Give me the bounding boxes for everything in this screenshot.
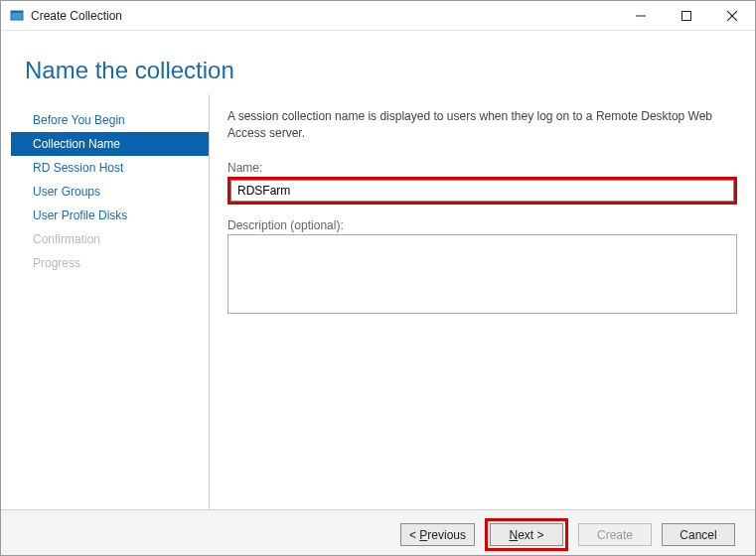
close-button[interactable] [709, 1, 755, 30]
content-area: Before You Begin Collection Name RD Sess… [1, 94, 755, 509]
sidebar-item-user-profile-disks[interactable]: User Profile Disks [11, 204, 209, 227]
name-label: Name: [227, 161, 737, 175]
sidebar-item-before-you-begin[interactable]: Before You Begin [11, 108, 209, 132]
name-input[interactable] [230, 180, 734, 202]
next-button[interactable]: Next > [490, 523, 563, 546]
page-header: Name the collection [1, 31, 755, 94]
sidebar-item-collection-name[interactable]: Collection Name [11, 132, 209, 156]
sidebar-item-progress: Progress [11, 251, 209, 275]
sidebar-item-user-groups[interactable]: User Groups [11, 180, 209, 204]
window-title: Create Collection [31, 9, 122, 23]
window-controls [618, 1, 755, 30]
intro-text: A session collection name is displayed t… [227, 108, 737, 143]
page-title: Name the collection [25, 57, 731, 84]
create-button: Create [578, 523, 652, 546]
svg-rect-1 [11, 11, 23, 13]
maximize-button[interactable] [664, 1, 709, 30]
main-panel: A session collection name is displayed t… [224, 94, 741, 509]
description-input[interactable] [227, 234, 737, 314]
minimize-button[interactable] [618, 1, 664, 30]
cancel-button[interactable]: Cancel [662, 523, 735, 546]
sidebar-item-rd-session-host[interactable]: RD Session Host [11, 156, 209, 180]
wizard-sidebar: Before You Begin Collection Name RD Sess… [11, 94, 210, 509]
svg-rect-3 [682, 11, 691, 20]
title-bar: Create Collection [1, 1, 755, 31]
description-label: Description (optional): [227, 218, 737, 232]
next-button-highlight: Next > [485, 518, 568, 551]
app-icon [9, 8, 25, 24]
sidebar-item-confirmation: Confirmation [11, 227, 209, 251]
previous-button[interactable]: < Previous [400, 523, 475, 546]
wizard-footer: < Previous Next > Create Cancel [1, 509, 755, 556]
name-input-highlight [227, 177, 737, 205]
